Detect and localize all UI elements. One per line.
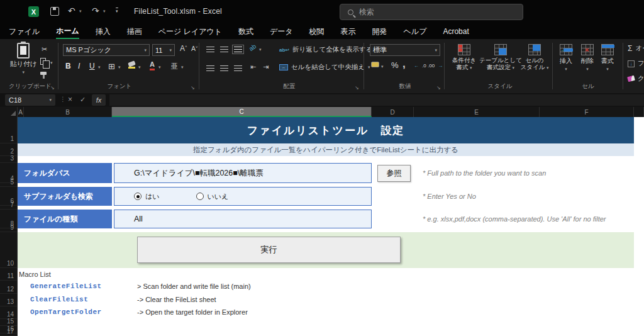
accounting-dropdown-caret[interactable]: ▾ <box>381 64 384 69</box>
fill-color-button[interactable] <box>128 62 135 69</box>
tab-formulas[interactable]: 数式 <box>238 24 253 39</box>
undo-icon[interactable]: ↶ <box>68 6 75 16</box>
align-right-button[interactable] <box>234 65 242 71</box>
percent-style-button[interactable]: % <box>391 60 399 70</box>
row-header-17[interactable]: 17 <box>0 333 17 336</box>
name-box[interactable]: C18 ▾ <box>5 94 55 106</box>
delete-cells-button[interactable]: × 削除 ▾ <box>579 44 596 72</box>
macro-link-open[interactable]: OpenTargetFolder <box>30 308 102 316</box>
undo-dropdown-caret[interactable]: ▾ <box>79 9 82 14</box>
clear-button[interactable]: クリア <box>628 74 644 83</box>
run-button[interactable]: 実行 <box>137 237 401 263</box>
insert-function-icon[interactable]: fx <box>92 94 106 106</box>
col-header-g-partial[interactable] <box>634 107 644 117</box>
font-size-select[interactable]: 11▾ <box>152 44 175 56</box>
tab-insert[interactable]: 挿入 <box>96 24 111 39</box>
tab-home[interactable]: ホーム <box>56 24 79 39</box>
tab-help[interactable]: ヘルプ <box>404 24 427 39</box>
borders-dropdown-caret[interactable]: ▾ <box>118 65 121 70</box>
row-header-3[interactable]: 3 <box>0 156 17 163</box>
col-header-d[interactable]: D <box>372 107 414 117</box>
merge-center-button[interactable]: ↔ セルを結合して中央揃え ▾ <box>279 63 370 72</box>
orientation-dropdown-caret[interactable]: ▾ <box>259 47 262 52</box>
font-dialog-launcher[interactable]: ↘ <box>191 85 195 91</box>
redo-dropdown-caret[interactable]: ▾ <box>103 9 106 14</box>
row-header-11[interactable]: 11 <box>0 268 17 281</box>
font-color-button[interactable]: A <box>150 60 155 70</box>
tab-review[interactable]: 校閲 <box>309 24 325 39</box>
paste-button[interactable]: 貼り付け ▾ <box>10 43 37 75</box>
phonetic-dropdown-caret[interactable]: ▾ <box>181 65 184 70</box>
select-all-corner[interactable] <box>0 107 18 117</box>
autosum-button[interactable]: Σ オート <box>628 44 644 53</box>
copy-button[interactable] <box>40 58 46 65</box>
tab-data[interactable]: データ <box>270 24 293 39</box>
borders-button[interactable]: ⊞ <box>108 62 115 71</box>
copy-dropdown-caret[interactable]: ▾ <box>50 60 53 65</box>
insert-cells-button[interactable]: ← 挿入 ▾ <box>557 44 575 72</box>
align-center-button[interactable] <box>220 65 228 71</box>
save-icon[interactable] <box>50 7 59 16</box>
folder-path-input[interactable]: G:\マイドライブ\■転職2026■\離職票 <box>114 163 372 183</box>
conditional-formatting-button[interactable]: 条件付き書式 ▾ <box>449 44 479 71</box>
underline-button[interactable]: U <box>89 62 95 70</box>
formula-input[interactable] <box>109 94 644 106</box>
tab-page-layout[interactable]: ページ レイアウト <box>158 24 222 39</box>
italic-button[interactable]: I <box>78 62 80 70</box>
align-middle-button[interactable] <box>220 47 228 52</box>
cut-button[interactable]: ✂ <box>42 45 47 53</box>
tab-acrobat[interactable]: Acrobat <box>443 24 469 39</box>
radio-no[interactable]: いいえ <box>196 192 229 201</box>
row-header-1[interactable]: 1 <box>0 117 17 143</box>
wrap-text-button[interactable]: ab↩ 折り返して全体を表示する <box>279 45 373 54</box>
tab-draw[interactable]: 描画 <box>127 24 142 39</box>
format-as-table-button[interactable]: テーブルとして書式設定 ▾ <box>482 44 519 71</box>
bold-button[interactable]: B <box>65 62 71 70</box>
align-bottom-button[interactable] <box>234 47 242 52</box>
search-input[interactable]: 検索 <box>340 4 523 20</box>
shrink-font-button[interactable]: A˅ <box>191 45 198 52</box>
macro-link-generate[interactable]: GenerateFileList <box>30 283 102 290</box>
decrease-decimal-button[interactable]: .00→ <box>428 63 443 69</box>
radio-yes-circle[interactable] <box>134 193 142 200</box>
grow-font-button[interactable]: A˄ <box>180 44 187 53</box>
increase-indent-button[interactable]: ⇥ <box>263 63 269 71</box>
cancel-entry-icon[interactable]: × <box>68 95 72 104</box>
row-header-8[interactable]: 8 <box>0 210 17 228</box>
phonetic-button[interactable]: 亜 <box>171 62 178 71</box>
fill-color-dropdown-caret[interactable]: ▾ <box>138 65 141 70</box>
col-header-b[interactable]: B <box>24 107 112 117</box>
align-top-button[interactable] <box>206 47 214 52</box>
increase-decimal-button[interactable]: ←.0 <box>414 63 426 69</box>
font-name-select[interactable]: MS Pゴシック▾ <box>63 44 150 56</box>
redo-icon[interactable]: ↷ <box>92 6 99 16</box>
tab-view[interactable]: 表示 <box>341 24 356 39</box>
col-header-a[interactable]: A <box>18 107 24 117</box>
row-header-12[interactable]: 12 <box>0 281 17 294</box>
comma-style-button[interactable]: , <box>402 58 406 70</box>
number-format-select[interactable]: 標準▾ <box>370 44 440 56</box>
row-header-13[interactable]: 13 <box>0 294 17 306</box>
align-left-button[interactable] <box>206 65 214 71</box>
row-header-14[interactable]: 14 <box>0 306 17 319</box>
row-header-6[interactable]: 6 <box>0 187 17 206</box>
fill-button[interactable]: ↓ フィル <box>628 59 644 68</box>
number-dialog-launcher[interactable]: ↘ <box>436 85 441 91</box>
col-header-c[interactable]: C <box>112 107 372 117</box>
decrease-indent-button[interactable]: ⇤ <box>250 63 256 71</box>
tab-developer[interactable]: 開発 <box>372 24 387 39</box>
macro-link-clear[interactable]: ClearFileList <box>30 296 88 303</box>
radio-no-circle[interactable] <box>196 193 204 200</box>
col-header-e[interactable]: E <box>414 107 540 117</box>
format-cells-button[interactable]: 書式 ▾ <box>599 44 616 72</box>
browse-button[interactable]: 参照 <box>377 165 411 182</box>
underline-dropdown-caret[interactable]: ▾ <box>98 65 101 70</box>
tab-file[interactable]: ファイル <box>9 24 40 39</box>
customize-toolbar-icon[interactable]: ▾ <box>116 8 118 14</box>
orientation-button[interactable]: ab <box>248 43 257 52</box>
row-header-2[interactable]: 2 <box>0 143 17 156</box>
excel-app-icon[interactable]: X <box>28 6 39 17</box>
col-header-f[interactable]: F <box>540 107 634 117</box>
confirm-entry-icon[interactable]: ✓ <box>80 96 86 104</box>
cell-styles-button[interactable]: セルのスタイル ▾ <box>519 44 550 71</box>
